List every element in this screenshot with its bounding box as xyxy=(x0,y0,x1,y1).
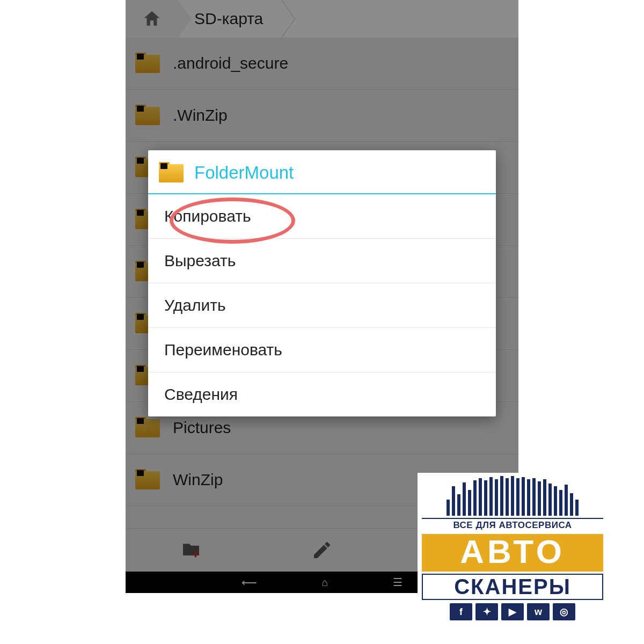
dialog-title: FolderMount xyxy=(194,163,294,183)
dialog-header: FolderMount xyxy=(148,150,496,194)
menu-item-cut[interactable]: Вырезать xyxy=(148,239,496,283)
menu-item-details[interactable]: Сведения xyxy=(148,372,496,416)
facebook-icon: f xyxy=(450,603,472,620)
instagram-icon: ◎ xyxy=(553,603,575,620)
menu-item-copy[interactable]: Копировать xyxy=(148,194,496,239)
watermark-line2: СКАНЕРЫ xyxy=(422,574,603,600)
barcode-icon xyxy=(419,474,606,518)
watermark-caption: ВСЕ ДЛЯ АВТОСЕРВИСА xyxy=(422,518,603,533)
menu-item-delete[interactable]: Удалить xyxy=(148,283,496,328)
twitter-icon: ✦ xyxy=(475,603,498,620)
watermark-line1: АВТО xyxy=(422,534,603,572)
youtube-icon: ▶ xyxy=(501,603,524,620)
context-menu-dialog: FolderMount Копировать Вырезать Удалить … xyxy=(148,150,496,416)
highlight-annotation xyxy=(170,197,295,244)
watermark-logo: ВСЕ ДЛЯ АВТОСЕРВИСА АВТО СКАНЕРЫ f ✦ ▶ w… xyxy=(419,474,606,616)
watermark-social: f ✦ ▶ w ◎ xyxy=(422,603,603,620)
folder-icon xyxy=(159,162,184,184)
menu-item-rename[interactable]: Переименовать xyxy=(148,328,496,372)
vk-icon: w xyxy=(527,603,550,620)
